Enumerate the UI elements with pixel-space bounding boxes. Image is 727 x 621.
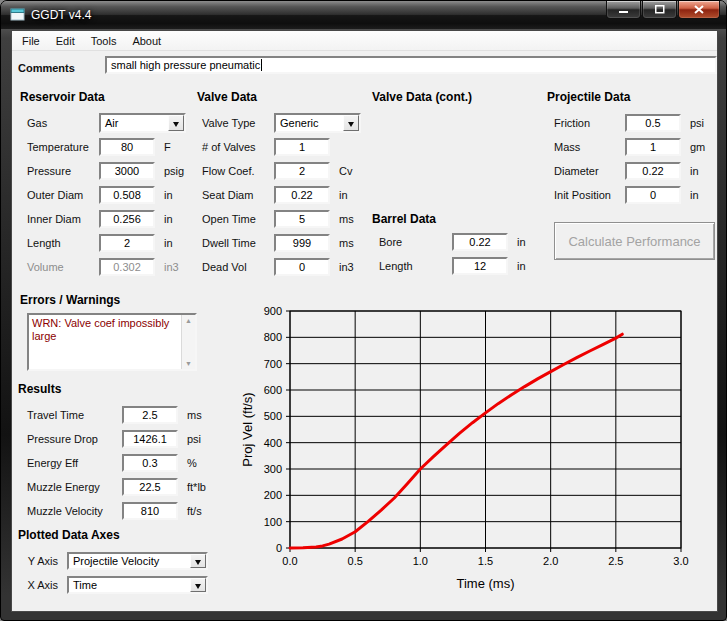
chevron-down-icon[interactable] [190,578,206,592]
field-label: Flow Coef. [202,165,274,177]
svg-text:600: 600 [264,384,282,396]
volume-output: 0.302 [99,258,155,276]
dead-vol-input[interactable]: 0 [274,258,330,276]
svg-text:Time (ms): Time (ms) [456,576,514,591]
field-label: Length [379,260,452,272]
svg-text:100: 100 [264,516,282,528]
field-label: Pressure Drop [27,433,122,445]
inner-diam-input[interactable]: 0.256 [99,210,155,228]
gas-dropdown[interactable]: Air [99,113,186,133]
friction-input[interactable]: 0.5 [625,114,681,132]
svg-text:500: 500 [264,410,282,422]
results-title: Results [18,382,206,396]
valve-data-cont-title: Valve Data (cont.) [372,90,472,104]
barrel-length-input[interactable]: 12 [452,257,508,275]
field-label: # of Valves [202,141,274,153]
unit-label: psi [690,117,704,129]
svg-text:1.0: 1.0 [413,555,428,567]
field-label: Outer Diam [27,189,99,201]
unit-label: in3 [339,261,354,273]
dwell-time-input[interactable]: 999 [274,234,330,252]
reservoir-data-section: Reservoir Data Gas Air Temperature 80 F … [20,90,186,279]
reservoir-length-input[interactable]: 2 [99,234,155,252]
unit-label: in [690,189,699,201]
comments-label: Comments [18,62,75,74]
field-label: Friction [554,117,625,129]
app-window: GGDT v4.4 File Edit Tools About Comments… [0,0,727,621]
bore-input[interactable]: 0.22 [452,233,508,251]
unit-label: psig [164,165,184,177]
field-label: Init Position [554,189,625,201]
performance-chart: 01002003004005006007008009000.00.51.01.5… [232,295,714,607]
flow-coef-input[interactable]: 2 [274,162,330,180]
results-section: Results Travel Time 2.5 ms Pressure Drop… [18,382,206,523]
chevron-down-icon[interactable] [343,115,359,131]
travel-time-output: 2.5 [122,406,178,424]
svg-text:2.0: 2.0 [543,555,558,567]
projectile-data-title: Projectile Data [547,90,705,104]
field-label: Bore [379,236,452,248]
y-axis-dropdown[interactable]: Projectile Velocity [67,552,208,570]
errors-warnings-title: Errors / Warnings [20,293,197,307]
comments-input[interactable]: small high pressure pneumatic [105,56,717,74]
unit-label: ft/s [187,505,202,517]
outer-diam-input[interactable]: 0.508 [99,186,155,204]
field-label: Diameter [554,165,625,177]
num-valves-input[interactable]: 1 [274,138,330,156]
init-position-input[interactable]: 0 [625,186,681,204]
y-axis-value: Projectile Velocity [69,554,206,568]
field-label: Dwell Time [202,237,274,249]
temperature-input[interactable]: 80 [99,138,155,156]
menu-file[interactable]: File [14,31,48,50]
valve-data-title: Valve Data [197,90,361,104]
field-label: Open Time [202,213,274,225]
unit-label: ms [339,213,354,225]
chevron-down-icon[interactable] [168,115,184,131]
unit-label: ms [187,409,202,421]
menu-about[interactable]: About [124,31,169,50]
errors-warnings-section: Errors / Warnings WRN: Valve coef imposs… [20,293,197,371]
chevron-down-icon[interactable] [190,554,206,568]
svg-text:3.0: 3.0 [673,555,688,567]
unit-label: ft*lb [187,481,206,493]
svg-text:700: 700 [264,358,282,370]
menu-tools[interactable]: Tools [83,31,125,50]
pressure-input[interactable]: 3000 [99,162,155,180]
field-label: Energy Eff [27,457,122,469]
field-label: Inner Diam [27,213,99,225]
warnings-scrollbar[interactable]: ▲ ▼ [181,315,195,369]
svg-text:400: 400 [264,437,282,449]
field-label: Valve Type [202,117,274,129]
unit-label: in [164,189,173,201]
maximize-button[interactable] [642,1,677,19]
energy-eff-output: 0.3 [122,454,178,472]
valve-data-cont-section: Valve Data (cont.) [372,90,472,104]
close-button[interactable] [678,1,720,19]
warnings-listbox[interactable]: WRN: Valve coef impossibly large ▲ ▼ [27,313,197,371]
field-label: Y Axis [20,555,58,567]
valve-data-section: Valve Data Valve Type Generic # of Valve… [197,90,361,279]
maximize-icon [655,5,665,14]
close-icon [694,5,704,14]
minimize-button[interactable] [606,1,641,19]
calculate-performance-button[interactable]: Calculate Performance [554,222,715,260]
comments-value: small high pressure pneumatic [111,59,260,71]
mass-input[interactable]: 1 [625,138,681,156]
field-label: Muzzle Velocity [27,505,122,517]
scroll-up-icon[interactable]: ▲ [185,317,192,324]
unit-label: in3 [164,261,179,273]
menu-edit[interactable]: Edit [48,31,83,50]
unit-label: psi [187,433,201,445]
seat-diam-input[interactable]: 0.22 [274,186,330,204]
window-titlebar[interactable]: GGDT v4.4 [1,1,726,29]
projectile-diameter-input[interactable]: 0.22 [625,162,681,180]
reservoir-data-title: Reservoir Data [20,90,186,104]
field-label: Volume [27,261,99,273]
x-axis-dropdown[interactable]: Time [67,576,208,594]
open-time-input[interactable]: 5 [274,210,330,228]
scroll-down-icon[interactable]: ▼ [185,360,192,367]
field-label: Mass [554,141,625,153]
svg-text:0.0: 0.0 [282,555,297,567]
unit-label: ms [339,237,354,249]
valve-type-dropdown[interactable]: Generic [274,113,361,133]
